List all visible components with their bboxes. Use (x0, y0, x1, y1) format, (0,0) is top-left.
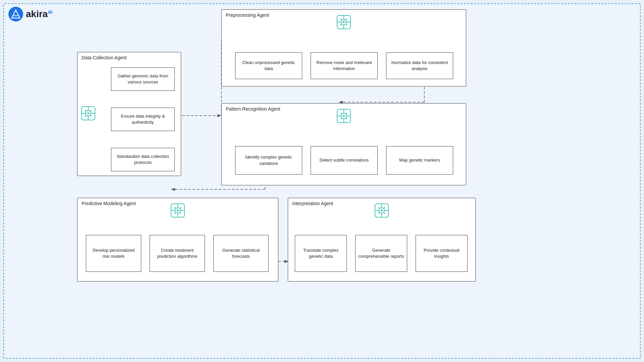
svg-point-77 (180, 207, 181, 208)
task-map-genetic-markers: Map genetic markers (386, 146, 453, 175)
svg-point-65 (340, 113, 342, 114)
task-ensure-integrity: Ensure data integrity & authenticity (111, 108, 175, 131)
data-collection-title: Data Collection Agent (82, 55, 127, 60)
task-gather-genomic: Gather genomic data from various sources (111, 67, 175, 91)
pattern-recognition-brain-icon (336, 109, 351, 125)
interpretation-agent: Interpretation Agent Translate complex g… (288, 198, 476, 282)
svg-point-86 (381, 209, 383, 212)
svg-point-76 (174, 207, 176, 208)
task-remove-noise: Remove noise and irrelevant information (311, 52, 378, 79)
logo-text: akiraAI (26, 9, 52, 19)
svg-point-87 (378, 207, 380, 208)
main-container: akiraAI (0, 0, 644, 362)
svg-point-68 (346, 118, 347, 119)
logo-name: akira (26, 9, 48, 19)
svg-point-43 (85, 110, 86, 111)
task-translate-genetic-data: Translate complex genetic data (295, 235, 347, 272)
predictive-modeling-brain-icon (170, 203, 185, 219)
task-normalize-data: Normalize data for consistent analysis (386, 52, 453, 79)
pattern-recognition-title: Pattern Recognition Agent (226, 106, 280, 112)
preprocessing-agent: Preprocessing Agent Clean unprocessed ge… (221, 9, 466, 86)
logo-area: akiraAI (8, 7, 52, 21)
task-generate-statistical-forecasts: Generate statistical forecasts (213, 235, 269, 272)
svg-point-66 (346, 113, 347, 114)
svg-point-88 (384, 207, 385, 208)
svg-point-44 (90, 110, 92, 111)
task-develop-risk-models: Develop personalized risk models (86, 235, 141, 272)
pattern-recognition-agent: Pattern Recognition Agent Identify compl… (221, 103, 466, 185)
predictive-modeling-title: Predictive Modeling Agent (82, 201, 136, 206)
task-provide-contextual-insights: Provide contextual insights (416, 235, 468, 272)
svg-point-89 (378, 213, 380, 214)
predictive-modeling-agent: Predictive Modeling Agent Develop person… (77, 198, 278, 282)
task-standardize-protocols: Standardize data collection protocols (111, 148, 175, 171)
svg-point-67 (340, 118, 342, 119)
logo-superscript: AI (48, 9, 52, 15)
svg-point-79 (180, 213, 181, 214)
preprocessing-brain-icon (336, 15, 351, 31)
svg-point-90 (384, 213, 385, 214)
svg-point-42 (87, 112, 89, 114)
task-clean-genetic: Clean unprocessed genetic data (235, 52, 302, 79)
interpretation-title: Interpretation Agent (292, 201, 333, 206)
task-identify-genetic-variations: Identify complex genetic variations (235, 146, 302, 175)
data-collection-brain-icon (81, 106, 96, 122)
preprocessing-title: Preprocessing Agent (226, 12, 269, 18)
svg-point-55 (346, 19, 347, 20)
svg-point-78 (174, 213, 176, 214)
svg-point-57 (346, 24, 347, 25)
data-collection-agent: Data Collection Agent Gather genomic dat… (77, 52, 181, 176)
svg-point-56 (340, 24, 342, 25)
svg-marker-0 (12, 10, 20, 18)
task-detect-correlations: Detect subtle correlations (311, 146, 378, 175)
svg-point-46 (90, 115, 92, 117)
svg-point-53 (343, 21, 345, 23)
svg-point-75 (177, 209, 179, 212)
task-create-treatment-prediction: Create treatment prediction algorithms (150, 235, 205, 272)
interpretation-brain-icon (374, 203, 389, 219)
svg-point-54 (340, 19, 342, 20)
task-generate-comprehensible-reports: Generate comprehensible reports (355, 235, 407, 272)
logo-icon (8, 7, 23, 21)
svg-point-64 (343, 115, 345, 117)
svg-point-45 (85, 115, 86, 117)
